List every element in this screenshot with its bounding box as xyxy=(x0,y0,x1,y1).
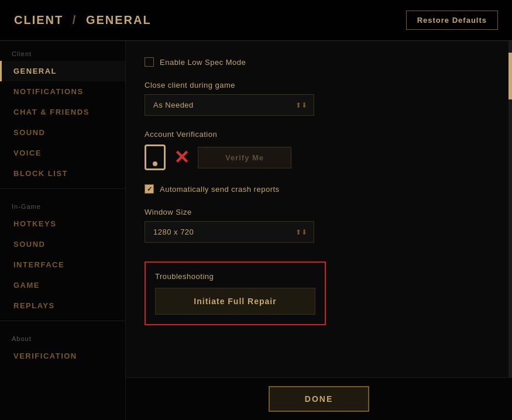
sidebar-item-block-list[interactable]: BLOCK LIST xyxy=(0,163,125,184)
sidebar-item-voice[interactable]: VOICE xyxy=(0,143,125,163)
account-verify-controls: ✕ Verify Me xyxy=(145,144,493,170)
restore-defaults-button[interactable]: Restore Defaults xyxy=(406,11,498,30)
about-section-label: About xyxy=(0,326,125,346)
done-button[interactable]: DONE xyxy=(269,386,369,412)
sidebar-divider-2 xyxy=(0,321,125,321)
scroll-thumb[interactable] xyxy=(508,53,512,99)
sidebar-item-general[interactable]: GENERAL xyxy=(0,61,125,81)
sidebar: Client GENERAL NOTIFICATIONS CHAT & FRIE… xyxy=(0,41,126,420)
sidebar-item-game[interactable]: GAME xyxy=(0,275,125,295)
crash-reports-label: Automatically send crash reports xyxy=(160,185,280,194)
crash-reports-checkbox[interactable] xyxy=(145,184,154,194)
scroll-track xyxy=(508,41,512,420)
sidebar-divider xyxy=(0,188,125,189)
close-client-select[interactable]: As Needed Never Always xyxy=(145,94,314,116)
sidebar-label-game: GAME xyxy=(13,281,40,290)
footer: DONE xyxy=(126,377,512,420)
sidebar-label-verification: VERIFICATION xyxy=(13,352,77,360)
sidebar-item-sound[interactable]: SOUND xyxy=(0,122,125,143)
window-size-select[interactable]: 1280 x 720 1600 x 900 1920 x 1080 xyxy=(145,221,314,243)
troubleshooting-row: Troubleshooting Initiate Full Repair xyxy=(145,257,493,325)
sidebar-item-chat-friends[interactable]: CHAT & FRIENDS xyxy=(0,102,125,122)
content-inner: Enable Low Spec Mode Close client during… xyxy=(145,57,493,374)
sidebar-label-notifications: NOTIFICATIONS xyxy=(13,87,84,96)
low-spec-checkbox[interactable] xyxy=(145,57,154,67)
sidebar-item-verification[interactable]: VERIFICATION xyxy=(0,346,125,366)
client-label: CLIENT xyxy=(14,13,63,26)
low-spec-label: Enable Low Spec Mode xyxy=(160,58,246,67)
close-client-select-wrapper: As Needed Never Always ⬆⬇ xyxy=(145,94,314,116)
window-size-label: Window Size xyxy=(145,208,493,216)
account-verification-row: Account Verification ✕ Verify Me xyxy=(145,130,493,170)
sidebar-item-replays[interactable]: REPLAYS xyxy=(0,295,125,316)
content-area: Enable Low Spec Mode Close client during… xyxy=(126,41,512,420)
window-size-select-wrapper: 1280 x 720 1600 x 900 1920 x 1080 ⬆⬇ xyxy=(145,221,314,243)
window-size-row: Window Size 1280 x 720 1600 x 900 1920 x… xyxy=(145,208,493,243)
sidebar-item-hotkeys[interactable]: HOTKEYS xyxy=(0,214,125,234)
sidebar-item-sound-ingame[interactable]: SOUND xyxy=(0,234,125,254)
phone-icon xyxy=(145,144,166,170)
sidebar-item-notifications[interactable]: NOTIFICATIONS xyxy=(0,81,125,102)
sidebar-label-interface: INTERFACE xyxy=(13,260,64,269)
page-title: CLIENT / GENERAL xyxy=(14,13,152,27)
x-mark-icon: ✕ xyxy=(174,148,190,167)
sidebar-label-chat-friends: CHAT & FRIENDS xyxy=(13,108,90,116)
sidebar-label-voice: VOICE xyxy=(13,149,42,157)
slash-separator: / xyxy=(73,13,77,26)
sidebar-item-interface[interactable]: INTERFACE xyxy=(0,254,125,275)
ingame-section-label: In-Game xyxy=(0,194,125,214)
sidebar-label-replays: REPLAYS xyxy=(13,301,55,310)
initiate-full-repair-button[interactable]: Initiate Full Repair xyxy=(155,288,315,315)
close-client-row: Close client during game As Needed Never… xyxy=(145,81,493,116)
crash-reports-row: Automatically send crash reports xyxy=(145,184,493,194)
low-spec-row: Enable Low Spec Mode xyxy=(145,57,493,67)
main-layout: Client GENERAL NOTIFICATIONS CHAT & FRIE… xyxy=(0,41,512,420)
section-label: GENERAL xyxy=(86,13,152,26)
sidebar-label-hotkeys: HOTKEYS xyxy=(13,219,56,228)
header: CLIENT / GENERAL Restore Defaults xyxy=(0,0,512,41)
client-section-label: Client xyxy=(0,41,125,61)
close-client-label: Close client during game xyxy=(145,81,493,89)
sidebar-label-general: GENERAL xyxy=(13,67,57,75)
sidebar-label-sound-ingame: SOUND xyxy=(13,240,45,249)
troubleshooting-label: Troubleshooting xyxy=(155,272,315,281)
account-verification-label: Account Verification xyxy=(145,130,493,139)
troubleshooting-box: Troubleshooting Initiate Full Repair xyxy=(145,261,326,325)
sidebar-label-block-list: BLOCK LIST xyxy=(13,169,68,178)
verify-me-button[interactable]: Verify Me xyxy=(198,147,291,168)
sidebar-label-sound: SOUND xyxy=(13,128,45,137)
